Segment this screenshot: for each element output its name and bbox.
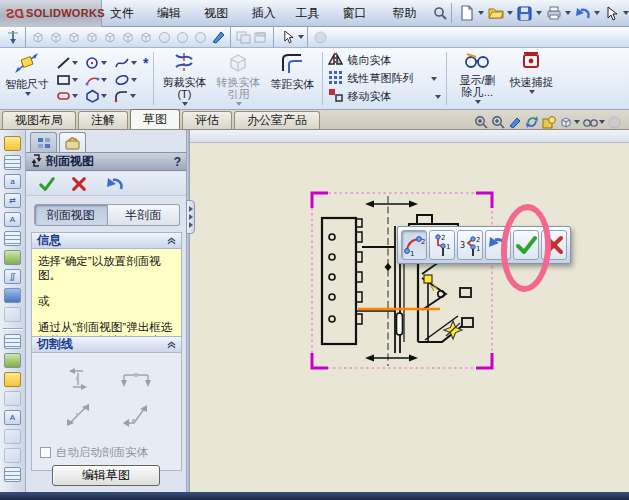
- view-cube-icon[interactable]: [119, 29, 137, 46]
- notch-offset-button[interactable]: 3 2 1: [457, 230, 483, 260]
- edit-sketch-button[interactable]: 编辑草图: [52, 465, 160, 486]
- window-cascade-icon[interactable]: [252, 29, 270, 46]
- auto-balloon-icon[interactable]: A: [4, 212, 21, 227]
- dropdown-arrow-icon[interactable]: [507, 11, 513, 15]
- linear-pattern-button[interactable]: 线性草图阵列: [328, 70, 441, 87]
- open-button[interactable]: [486, 3, 513, 23]
- arc-tool-button[interactable]: [85, 73, 113, 87]
- dropdown-arrow-icon[interactable]: [236, 102, 242, 106]
- auto-start-checkbox[interactable]: [40, 447, 51, 458]
- view-sphere-icon[interactable]: [155, 29, 173, 46]
- geometric-tolerance-icon[interactable]: [4, 288, 21, 303]
- arc-offset-button[interactable]: 1 2: [401, 230, 427, 260]
- weld-symbol-icon[interactable]: ∬: [4, 269, 21, 284]
- zoom-to-fit-icon[interactable]: [474, 115, 488, 129]
- view-cube-icon[interactable]: [101, 29, 119, 46]
- general-table-icon[interactable]: [4, 334, 21, 349]
- collapse-chevron-icon[interactable]: [167, 237, 176, 245]
- display-style-icon[interactable]: [583, 117, 605, 128]
- dropdown-arrow-icon[interactable]: [435, 95, 441, 99]
- property-manager-tab[interactable]: [59, 132, 86, 154]
- slot-tool-button[interactable]: [56, 89, 84, 103]
- window-tile-icon[interactable]: [234, 29, 252, 46]
- view-cube-icon[interactable]: [29, 29, 47, 46]
- point-tool-button[interactable]: *: [143, 55, 148, 71]
- zoom-to-area-icon[interactable]: [491, 115, 505, 129]
- tab-office-products[interactable]: 办公室产品: [234, 111, 320, 129]
- dropdown-arrow-icon[interactable]: [72, 61, 78, 65]
- dropdown-arrow-icon[interactable]: [101, 94, 107, 98]
- tab-view-layout[interactable]: 视图布局: [2, 111, 76, 129]
- dropdown-arrow-icon[interactable]: [599, 120, 605, 124]
- dropdown-arrow-icon[interactable]: [594, 11, 600, 15]
- menu-edit[interactable]: 编辑(E): [149, 3, 196, 23]
- menu-window[interactable]: 窗口(W): [334, 3, 384, 23]
- polygon-tool-button[interactable]: [85, 89, 113, 103]
- note-icon[interactable]: [4, 136, 21, 151]
- select-button[interactable]: [602, 3, 629, 23]
- dropdown-arrow-icon[interactable]: [475, 100, 481, 104]
- dropdown-arrow-icon[interactable]: [131, 78, 137, 82]
- quick-snaps-button[interactable]: 快速捕捉: [504, 48, 558, 109]
- single-offset-button[interactable]: 2 1: [429, 230, 455, 260]
- dropdown-arrow-icon[interactable]: [529, 90, 535, 94]
- view-cube-icon[interactable]: [137, 29, 155, 46]
- dropdown-arrow-icon[interactable]: [478, 11, 484, 15]
- dropdown-arrow-icon[interactable]: [72, 78, 78, 82]
- tab-sketch[interactable]: 草图: [130, 109, 180, 129]
- tab-evaluate[interactable]: 评估: [182, 111, 232, 129]
- cutting-line-group-header[interactable]: 切割线: [31, 336, 182, 353]
- dropdown-arrow-icon[interactable]: [536, 11, 542, 15]
- circle-tool-button[interactable]: [85, 56, 113, 70]
- menu-tools[interactable]: 工具(T): [288, 3, 335, 23]
- help-button[interactable]: ?: [174, 155, 181, 169]
- spline-tool-button[interactable]: [114, 56, 142, 70]
- pen-tool-icon[interactable]: [209, 29, 227, 46]
- rotate-view-icon[interactable]: [525, 115, 539, 129]
- offset-entities-button[interactable]: 等距实体: [265, 48, 319, 109]
- menu-file[interactable]: 文件(F): [102, 3, 149, 23]
- dropdown-arrow-icon[interactable]: [623, 11, 629, 15]
- hole-table-icon[interactable]: [4, 353, 21, 368]
- new-document-button[interactable]: [457, 3, 484, 23]
- collapse-chevron-icon[interactable]: [167, 341, 176, 349]
- dropdown-arrow-icon[interactable]: [298, 35, 304, 39]
- view-orientation-icon[interactable]: [559, 115, 580, 129]
- dropdown-arrow-icon[interactable]: [101, 78, 107, 82]
- view-cube-icon[interactable]: [83, 29, 101, 46]
- revision-table-icon[interactable]: A: [4, 410, 21, 425]
- graphics-area[interactable]: 1 2 2 1 3: [190, 130, 629, 492]
- rectangle-tool-button[interactable]: [56, 73, 84, 87]
- message-group-header[interactable]: 信息: [31, 232, 182, 249]
- view-cube-icon[interactable]: [65, 29, 83, 46]
- appearance-icon[interactable]: [542, 115, 556, 129]
- smart-dimension-button[interactable]: 智能尺寸: [0, 48, 54, 109]
- save-button[interactable]: [515, 3, 542, 23]
- spell-check-icon[interactable]: a: [4, 174, 21, 189]
- feature-manager-tab[interactable]: [30, 132, 57, 152]
- select-tool-button[interactable]: [279, 29, 304, 46]
- dropdown-arrow-icon[interactable]: [574, 120, 580, 124]
- view-sphere-icon[interactable]: [173, 29, 191, 46]
- dropdown-arrow-icon[interactable]: [565, 11, 571, 15]
- mirror-entities-button[interactable]: 镜向实体: [328, 52, 441, 69]
- dropdown-arrow-icon[interactable]: [182, 102, 188, 106]
- line-tool-button[interactable]: [56, 56, 84, 70]
- pan-icon[interactable]: [508, 115, 522, 129]
- model-items-icon[interactable]: [4, 155, 21, 170]
- surface-finish-icon[interactable]: [4, 250, 21, 265]
- view-cube-icon[interactable]: [47, 29, 65, 46]
- dropdown-arrow-icon[interactable]: [101, 61, 107, 65]
- convert-entities-button[interactable]: 转换实体引用: [211, 48, 265, 109]
- ellipse-tool-button[interactable]: [114, 73, 142, 87]
- bill-of-materials-icon[interactable]: [4, 372, 21, 387]
- menu-insert[interactable]: 插入(I): [244, 3, 288, 23]
- search-icon[interactable]: [432, 3, 448, 23]
- display-delete-relations-button[interactable]: 显示/删除几...: [450, 48, 504, 109]
- menu-view[interactable]: 视图(V): [196, 3, 243, 23]
- dropdown-arrow-icon[interactable]: [25, 92, 31, 96]
- dropdown-arrow-icon[interactable]: [130, 94, 136, 98]
- move-entities-button[interactable]: 移动实体: [328, 88, 441, 105]
- magnetic-line-icon[interactable]: [4, 231, 21, 246]
- fillet-tool-button[interactable]: [114, 89, 142, 103]
